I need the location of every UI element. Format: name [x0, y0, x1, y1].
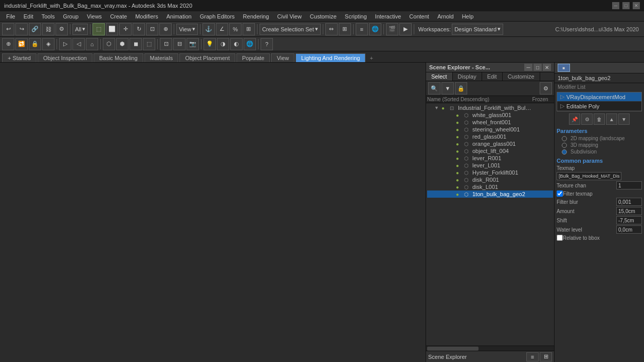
align-button[interactable]: ⊞ — [339, 23, 351, 35]
se-item-disk-l[interactable]: ● ⬡ disk_L001 — [427, 183, 553, 190]
select-button[interactable]: ⬚ — [93, 23, 105, 35]
redo-button[interactable]: ↪ — [15, 23, 28, 35]
mod-config-btn[interactable]: ⚙ — [581, 113, 593, 125]
tab-view[interactable]: View — [271, 53, 295, 62]
tb2-ao[interactable]: ◐ — [230, 38, 243, 50]
menu-views[interactable]: Views — [83, 13, 106, 20]
view-dropdown[interactable]: View▾ — [176, 24, 198, 35]
menu-group[interactable]: Group — [59, 13, 83, 20]
filter-dropdown[interactable]: All▾ — [72, 24, 88, 35]
mirror-button[interactable]: ⇔ — [325, 23, 338, 35]
menu-customize[interactable]: Customize — [306, 13, 341, 20]
se-item-object-lift[interactable]: ● ⬡ object_lift_004 — [427, 147, 553, 155]
tb2-help[interactable]: ? — [261, 38, 273, 50]
menu-modifiers[interactable]: Modifiers — [131, 13, 162, 20]
tb2-shaded[interactable]: ◼ — [130, 38, 142, 50]
tab-object-placement[interactable]: Object Placement — [179, 53, 235, 62]
mod-pin-btn[interactable]: 📌 — [569, 113, 580, 125]
menu-file[interactable]: File — [2, 13, 20, 20]
menu-scripting[interactable]: Scripting — [341, 13, 371, 20]
tb2-ref[interactable]: 🔁 — [15, 38, 28, 50]
tb2-solid[interactable]: ⬢ — [116, 38, 128, 50]
se-item-forklift-group[interactable]: ▼ ● ⊡ Industrial_Forklift_with_Bulk_Bag — [427, 104, 553, 111]
close-button[interactable]: ✕ — [633, 2, 640, 9]
menu-tools[interactable]: Tools — [38, 13, 59, 20]
se-footer-btn2[interactable]: ⊞ — [540, 352, 552, 361]
undo-button[interactable]: ↩ — [2, 23, 14, 35]
menu-graph-editors[interactable]: Graph Editors — [196, 13, 239, 20]
se-item-white-glass[interactable]: ● ⬡ white_glass001 — [427, 111, 553, 119]
se-item-steering[interactable]: ● ⬡ steering_wheel001 — [427, 126, 553, 133]
se-tab-customize[interactable]: Customize — [503, 72, 540, 81]
se-footer-btn1[interactable]: ≡ — [526, 352, 539, 361]
select-region-button[interactable]: ⬜ — [106, 23, 118, 35]
tb2-home[interactable]: ⌂ — [86, 38, 98, 50]
se-scrollbar[interactable] — [426, 346, 554, 351]
tb2-arrow2[interactable]: ◁ — [72, 38, 85, 50]
tb2-persp[interactable]: ⊟ — [173, 38, 186, 50]
ref-coord-button[interactable]: ⊕ — [159, 23, 172, 35]
menu-create[interactable]: Create — [106, 13, 131, 20]
texmap-value[interactable]: [Bulk_Bag_Hooked_MAT_Dis — [557, 172, 621, 180]
menu-edit[interactable]: Edit — [20, 13, 38, 20]
se-item-hyster[interactable]: ● ⬡ Hyster_Forklift001 — [427, 169, 553, 176]
render-setup[interactable]: 🎬 — [386, 23, 398, 35]
maximize-button[interactable]: □ — [622, 2, 630, 9]
tb2-lighting[interactable]: 💡 — [204, 38, 216, 50]
tb2-env[interactable]: 🌐 — [244, 38, 256, 50]
scale-button[interactable]: ⊡ — [146, 23, 158, 35]
menu-help[interactable]: Help — [458, 13, 478, 20]
spinner-snap[interactable]: ⊞ — [243, 23, 255, 35]
se-settings-btn[interactable]: ⚙ — [540, 82, 552, 94]
se-sort-btn[interactable]: ▼ — [441, 82, 454, 94]
se-item-orange-glass[interactable]: ● ⬡ orange_glass001 — [427, 140, 553, 147]
se-maximize[interactable]: □ — [533, 64, 542, 71]
tb2-lock[interactable]: 🔒 — [29, 38, 41, 50]
menu-civil-view[interactable]: Civil View — [273, 13, 305, 20]
se-item-bulk-bag[interactable]: ● ⬡ 1ton_bulk_bag_geo2 — [427, 190, 553, 198]
minimize-button[interactable]: ─ — [612, 2, 619, 9]
se-lock-btn[interactable]: 🔒 — [455, 82, 467, 94]
filter-texmap-checkbox[interactable] — [557, 190, 563, 197]
shift-val[interactable]: -7,5cm — [616, 216, 642, 224]
mod-item-epoly[interactable]: ▷ Editable Poly — [557, 102, 641, 111]
menu-rendering[interactable]: Rendering — [239, 13, 273, 20]
workspace-dropdown[interactable]: Design Standard▾ — [452, 24, 503, 35]
tb2-wire[interactable]: ⬡ — [103, 38, 115, 50]
tb2-snap[interactable]: ⊕ — [2, 38, 14, 50]
bind-button[interactable]: ⚙ — [56, 23, 68, 35]
snap-toggle[interactable]: ⚓ — [203, 23, 215, 35]
tab-started[interactable]: + Started — [2, 53, 36, 62]
water-level-val[interactable]: 0,0cm — [616, 225, 642, 234]
render-frame[interactable]: ▶ — [399, 23, 412, 35]
tb2-iso[interactable]: ⊡ — [160, 38, 172, 50]
mod-color-btn[interactable]: ■ — [558, 64, 570, 72]
tab-lighting-rendering[interactable]: Lighting And Rendering — [296, 53, 365, 62]
tb2-edges[interactable]: ⬚ — [143, 38, 155, 50]
tb2-obj[interactable]: ◈ — [42, 38, 54, 50]
se-item-wheel-front[interactable]: ● ⬡ wheel_front001 — [427, 119, 553, 126]
menu-content[interactable]: Content — [405, 13, 433, 20]
pct-snap[interactable]: % — [229, 23, 242, 35]
menu-animation[interactable]: Animation — [162, 13, 196, 20]
tab-populate[interactable]: Populate — [236, 53, 270, 62]
tab-add-button[interactable]: + — [366, 54, 376, 62]
select-move-button[interactable]: ✛ — [119, 23, 132, 35]
tb2-arrow[interactable]: ▷ — [59, 38, 71, 50]
unlink-button[interactable]: ⛓ — [42, 23, 54, 35]
se-tab-edit[interactable]: Edit — [482, 72, 503, 81]
tb2-shadow[interactable]: ◑ — [217, 38, 229, 50]
menu-interactive[interactable]: Interactive — [371, 13, 406, 20]
se-close[interactable]: ✕ — [543, 64, 551, 71]
texture-chan-val[interactable]: 1 — [616, 181, 642, 189]
tb2-cam[interactable]: 📷 — [187, 38, 199, 50]
mod-down-btn[interactable]: ▼ — [618, 113, 630, 125]
se-tab-display[interactable]: Display — [453, 72, 482, 81]
angle-snap[interactable]: ∠ — [216, 23, 228, 35]
se-item-disk-r[interactable]: ● ⬡ disk_R001 — [427, 176, 553, 183]
selection-set-dropdown[interactable]: Create Selection Set▾ — [260, 24, 321, 35]
filter-blur-val[interactable]: 0,001 — [616, 198, 642, 206]
se-item-lever-l[interactable]: ● ⬡ lever_L001 — [427, 162, 553, 169]
layer-manager[interactable]: ≡ — [356, 23, 368, 35]
tab-object-inspection[interactable]: Object Inspection — [38, 53, 93, 62]
